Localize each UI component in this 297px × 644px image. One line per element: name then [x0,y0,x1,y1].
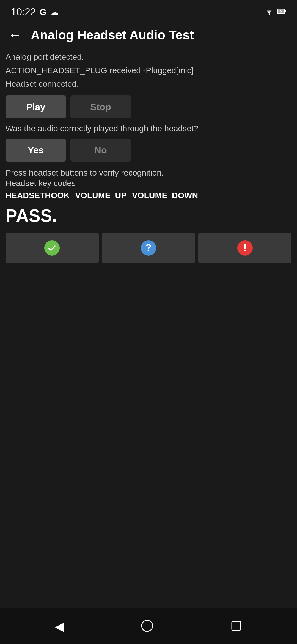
status-bar-right [265,7,286,17]
main-content: Analog port detected. ACTION_HEADSET_PLU… [0,48,297,608]
svg-rect-5 [232,621,241,630]
nav-bar: ◀ [0,608,297,644]
key-code-volume-up: VOLUME_UP [75,191,127,200]
status-line-1: Analog port detected. [6,51,292,63]
key-codes-row: HEADSETHOOK VOLUME_UP VOLUME_DOWN [6,191,292,200]
yes-button[interactable]: Yes [6,139,66,162]
yes-no-row: Yes No [6,139,292,162]
key-code-headsethook: HEADSETHOOK [6,191,70,200]
nav-back-icon: ◀ [55,619,64,633]
result-buttons: ? ! [6,233,292,263]
status-bar: 10:22 G ☁ [0,0,297,22]
stop-button[interactable]: Stop [70,95,131,118]
question-text: Was the audio correctly played through t… [6,124,292,133]
nav-recent-icon [230,620,242,633]
pass-icon [44,240,60,256]
google-icon: G [40,7,46,17]
svg-point-4 [142,620,153,631]
cloud-icon: ☁ [50,7,59,17]
key-code-volume-down: VOLUME_DOWN [132,191,198,200]
instruction-text: Press headset buttons to verify recognit… [6,168,292,178]
status-bar-left: 10:22 G ☁ [11,6,59,18]
fail-icon: ! [237,240,253,256]
nav-back-button[interactable]: ◀ [55,619,64,633]
svg-point-0 [269,13,270,15]
wifi-icon [265,7,274,17]
svg-rect-2 [285,10,286,12]
fail-result-button[interactable]: ! [198,233,292,263]
no-button[interactable]: No [70,139,131,162]
play-stop-row: Play Stop [6,95,292,118]
nav-home-button[interactable] [141,619,154,633]
unknown-icon: ? [141,240,156,256]
app-header: ← Analog Headset Audio Test [0,22,297,48]
battery-icon [277,7,286,17]
status-line-3: Headset connected. [6,78,292,90]
nav-recent-button[interactable] [230,620,242,633]
status-time: 10:22 [11,6,36,18]
nav-home-icon [141,619,154,633]
status-line-2: ACTION_HEADSET_PLUG received -Plugged[mi… [6,64,292,77]
page-title: Analog Headset Audio Test [31,28,194,42]
pass-result-button[interactable] [6,233,99,263]
key-codes-label: Headset key codes [6,179,292,188]
unknown-result-button[interactable]: ? [102,233,195,263]
play-button[interactable]: Play [6,95,66,118]
pass-text: PASS. [6,206,292,226]
back-button[interactable]: ← [8,28,24,42]
